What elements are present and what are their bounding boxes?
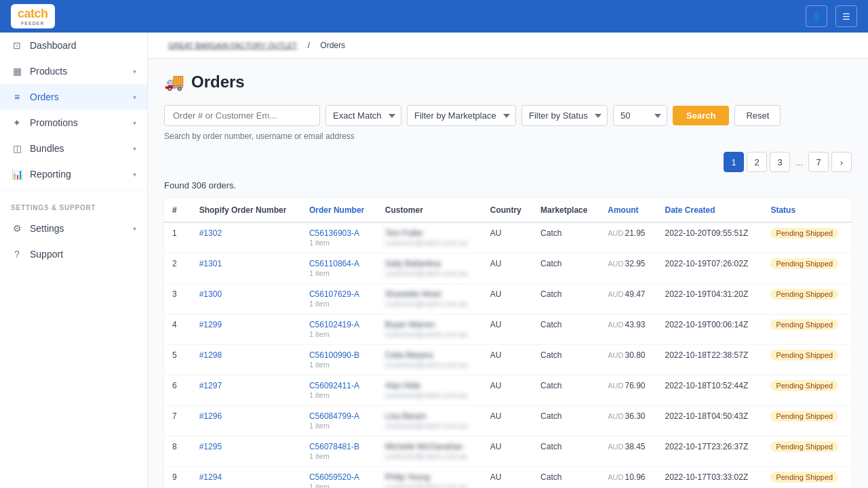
per-page-select[interactable]: 50 25 100 bbox=[613, 105, 667, 126]
row-shopify: #1296 bbox=[191, 406, 301, 436]
order-number-link[interactable]: C56136903-A bbox=[309, 228, 359, 238]
status-badge: Pending Shipped bbox=[770, 380, 838, 391]
match-type-select[interactable]: Exact Match Contains bbox=[326, 105, 401, 126]
marketplace-select[interactable]: Filter by Marketplace bbox=[407, 105, 516, 126]
shopify-order-link[interactable]: #1295 bbox=[199, 442, 222, 451]
status-badge: Pending Shipped bbox=[770, 228, 838, 239]
amount-currency: AUD bbox=[608, 321, 623, 329]
row-num: 6 bbox=[164, 375, 191, 406]
row-num: 8 bbox=[164, 436, 191, 467]
row-status: Pending Shipped bbox=[762, 436, 852, 467]
sidebar-item-settings[interactable]: ⚙ Settings ▾ bbox=[0, 216, 147, 241]
sidebar-item-label: Bundles bbox=[30, 143, 64, 154]
user-icon[interactable]: 👤 bbox=[806, 5, 827, 27]
next-page-button[interactable]: › bbox=[831, 152, 852, 172]
row-order-num: C56059520-A 1 item bbox=[301, 467, 377, 489]
row-num: 9 bbox=[164, 467, 191, 489]
item-count: 1 item bbox=[309, 483, 330, 488]
row-shopify: #1294 bbox=[191, 467, 301, 489]
row-customer: Michelle McClanahan customer@catch.com.a… bbox=[377, 436, 482, 467]
shopify-order-link[interactable]: #1297 bbox=[199, 381, 222, 390]
order-number-link[interactable]: C56084799-A bbox=[309, 411, 359, 421]
sidebar-item-reporting[interactable]: 📊 Reporting ▾ bbox=[0, 161, 147, 187]
reporting-icon: 📊 bbox=[11, 168, 23, 180]
search-button[interactable]: Search bbox=[673, 106, 729, 125]
top-bar: catch FEEDER 👤 ☰ bbox=[0, 0, 868, 33]
row-num: 5 bbox=[164, 345, 191, 375]
page-title-row: 🚚 Orders bbox=[164, 73, 852, 92]
row-customer: Celia Masera customer@catch.com.au bbox=[377, 345, 482, 375]
dashboard-icon: ⊡ bbox=[11, 39, 23, 52]
row-amount: AUD21.95 bbox=[599, 222, 656, 253]
chevron-down-icon: ▾ bbox=[133, 145, 136, 152]
chevron-down-icon: ▾ bbox=[133, 94, 136, 101]
row-country: AU bbox=[482, 222, 532, 253]
sidebar-item-promotions[interactable]: ✦ Promotions ▾ bbox=[0, 110, 147, 136]
row-shopify: #1295 bbox=[191, 436, 301, 467]
order-number-link[interactable]: C56078481-B bbox=[309, 442, 359, 451]
table-row: 2 #1301 C56110864-A 1 item Sally Ballant… bbox=[164, 253, 852, 284]
row-amount: AUD32.95 bbox=[599, 253, 656, 284]
order-number-link[interactable]: C56102419-A bbox=[309, 320, 359, 329]
order-number-link[interactable]: C56107629-A bbox=[309, 289, 359, 299]
shopify-order-link[interactable]: #1294 bbox=[199, 472, 222, 482]
row-marketplace: Catch bbox=[532, 467, 599, 489]
order-number-link[interactable]: C56100990-B bbox=[309, 350, 359, 360]
status-badge: Pending Shipped bbox=[770, 289, 838, 300]
shopify-order-link[interactable]: #1301 bbox=[199, 259, 222, 268]
status-select[interactable]: Filter by Status bbox=[521, 105, 608, 126]
sidebar-item-label: Dashboard bbox=[30, 40, 77, 51]
row-customer: Shantelle Hired customer@catch.com.au bbox=[377, 284, 482, 314]
order-number-link[interactable]: C56059520-A bbox=[309, 472, 359, 482]
row-amount: AUD36.30 bbox=[599, 406, 656, 436]
row-marketplace: Catch bbox=[532, 222, 599, 253]
shopify-order-link[interactable]: #1302 bbox=[199, 228, 222, 238]
page-7-button[interactable]: 7 bbox=[808, 152, 829, 172]
shopify-order-link[interactable]: #1299 bbox=[199, 320, 222, 329]
products-icon: ▦ bbox=[11, 65, 23, 77]
status-badge: Pending Shipped bbox=[770, 350, 838, 361]
col-shopify-order: Shopify Order Number bbox=[191, 199, 301, 222]
settings-section-label: SETTINGS & SUPPORT bbox=[0, 193, 147, 216]
row-status: Pending Shipped bbox=[762, 467, 852, 489]
row-country: AU bbox=[482, 406, 532, 436]
sidebar-item-orders[interactable]: ≡ Orders ▾ bbox=[0, 84, 147, 110]
status-badge: Pending Shipped bbox=[770, 441, 838, 452]
row-country: AU bbox=[482, 284, 532, 314]
row-num: 4 bbox=[164, 314, 191, 345]
customer-name: Sally Ballantina bbox=[385, 259, 441, 268]
table-row: 9 #1294 C56059520-A 1 item Philip Young … bbox=[164, 467, 852, 489]
col-country: Country bbox=[482, 199, 532, 222]
search-input[interactable] bbox=[164, 105, 320, 126]
row-date: 2022-10-17T03:33:02Z bbox=[656, 467, 762, 489]
row-shopify: #1297 bbox=[191, 375, 301, 406]
sidebar-item-products[interactable]: ▦ Products ▾ bbox=[0, 58, 147, 84]
sidebar-item-label: Orders bbox=[30, 92, 59, 102]
order-number-link[interactable]: C56110864-A bbox=[309, 259, 359, 268]
logo: catch FEEDER bbox=[11, 4, 55, 28]
reset-button[interactable]: Reset bbox=[734, 105, 781, 126]
page-3-button[interactable]: 3 bbox=[770, 152, 790, 172]
page-1-button[interactable]: 1 bbox=[724, 152, 744, 172]
sidebar-item-bundles[interactable]: ◫ Bundles ▾ bbox=[0, 136, 147, 161]
status-badge: Pending Shipped bbox=[770, 258, 838, 269]
shopify-order-link[interactable]: #1296 bbox=[199, 411, 222, 421]
order-number-link[interactable]: C56092411-A bbox=[309, 381, 359, 390]
table-row: 4 #1299 C56102419-A 1 item Bryan Warren … bbox=[164, 314, 852, 345]
col-date-created: Date Created bbox=[656, 199, 762, 222]
row-marketplace: Catch bbox=[532, 284, 599, 314]
customer-name: Philip Young bbox=[385, 472, 430, 482]
shopify-order-link[interactable]: #1298 bbox=[199, 350, 222, 360]
table-row: 7 #1296 C56084799-A 1 item Lisa Baram cu… bbox=[164, 406, 852, 436]
row-status: Pending Shipped bbox=[762, 253, 852, 284]
menu-icon[interactable]: ☰ bbox=[835, 5, 857, 27]
sidebar-item-dashboard[interactable]: ⊡ Dashboard bbox=[0, 33, 147, 58]
page-2-button[interactable]: 2 bbox=[747, 152, 767, 172]
amount-currency: AUD bbox=[608, 382, 623, 390]
row-country: AU bbox=[482, 375, 532, 406]
sidebar-item-support[interactable]: ? Support bbox=[0, 241, 147, 267]
amount-currency: AUD bbox=[608, 443, 623, 451]
pagination-top: 1 2 3 ... 7 › bbox=[164, 152, 852, 172]
top-bar-right: 👤 ☰ bbox=[806, 5, 857, 27]
shopify-order-link[interactable]: #1300 bbox=[199, 289, 222, 299]
